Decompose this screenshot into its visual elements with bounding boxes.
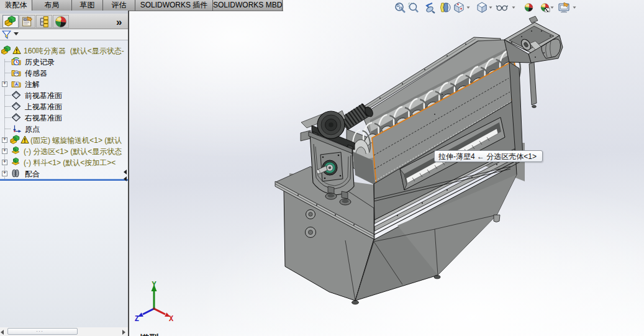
svg-text:Y: Y bbox=[152, 281, 156, 289]
svg-text:X: X bbox=[169, 315, 174, 324]
svg-text:Z: Z bbox=[135, 315, 139, 324]
